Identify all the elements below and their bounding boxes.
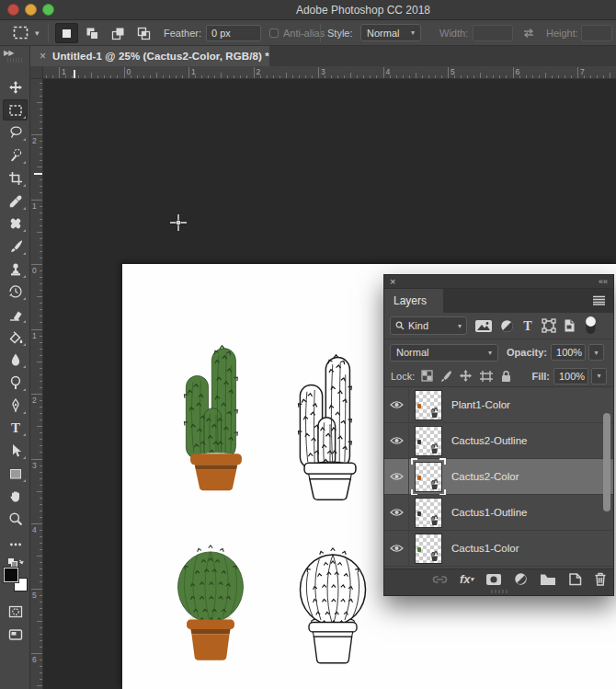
- filter-adjustment-layers-icon[interactable]: [500, 319, 514, 333]
- adjustment-layer-icon[interactable]: [514, 572, 528, 586]
- clone-stamp-tool-icon[interactable]: [3, 258, 28, 280]
- quick-mask-mode-icon[interactable]: [3, 601, 28, 622]
- screen-mode-icon[interactable]: [3, 624, 28, 645]
- lasso-tool-icon[interactable]: [3, 121, 28, 143]
- document-tab[interactable]: × Untitled-1 @ 25% (Cactus2-Color, RGB/8…: [30, 46, 269, 66]
- layer-name[interactable]: Cactus2-Color: [451, 471, 519, 482]
- fill-dropdown-button[interactable]: ▾: [591, 368, 607, 385]
- intersect-selection-button[interactable]: [132, 23, 155, 43]
- add-to-selection-button[interactable]: [81, 23, 104, 43]
- edit-toolbar-icon[interactable]: [3, 534, 28, 555]
- layers-panel-titlebar[interactable]: × ««: [384, 275, 613, 289]
- new-selection-button[interactable]: [55, 23, 78, 43]
- tab-layers[interactable]: Layers: [384, 289, 443, 313]
- color-swatches[interactable]: [4, 568, 28, 591]
- layer-thumbnail[interactable]: [415, 498, 442, 528]
- layer-thumbnail[interactable]: [415, 426, 442, 456]
- panel-resize-grip[interactable]: [491, 590, 508, 593]
- panel-menu-icon[interactable]: [592, 295, 606, 307]
- layer-visibility-eye-icon[interactable]: [384, 531, 409, 566]
- eraser-tool-icon[interactable]: [3, 304, 28, 325]
- ruler-corner[interactable]: [30, 66, 43, 79]
- dodge-tool-icon[interactable]: [3, 372, 28, 393]
- thumbnail-selection-corner: [439, 458, 446, 465]
- link-layers-icon[interactable]: [432, 575, 448, 584]
- layer-name[interactable]: Plant1-Color: [451, 399, 510, 410]
- style-select[interactable]: Normal ▾: [360, 24, 421, 41]
- layer-visibility-eye-icon[interactable]: [384, 495, 409, 530]
- blend-mode-select[interactable]: Normal ▾: [390, 344, 498, 362]
- healing-brush-tool-icon[interactable]: [3, 212, 28, 234]
- brush-tool-icon[interactable]: [3, 235, 28, 257]
- chevron-down-icon: ▾: [411, 29, 415, 37]
- zoom-tool-icon[interactable]: [3, 508, 28, 529]
- lock-position-icon[interactable]: [459, 369, 473, 383]
- layer-style-fx-icon[interactable]: fx▾: [460, 572, 473, 586]
- preset-chevron-icon[interactable]: ▾: [35, 29, 40, 38]
- layers-scrollbar[interactable]: [603, 413, 610, 511]
- filter-smart-objects-icon[interactable]: [564, 318, 576, 333]
- layer-visibility-eye-icon[interactable]: [384, 387, 409, 422]
- eyedropper-tool-icon[interactable]: [3, 190, 28, 212]
- vertical-ruler[interactable]: 210123456: [30, 79, 43, 689]
- opacity-dropdown-button[interactable]: ▾: [588, 344, 604, 361]
- layer-visibility-eye-icon[interactable]: [384, 459, 409, 494]
- anti-alias-checkbox[interactable]: [269, 29, 279, 38]
- layer-row-cactus1-color[interactable]: Cactus1-Color: [384, 531, 613, 567]
- close-panel-icon[interactable]: ×: [390, 275, 395, 289]
- close-document-icon[interactable]: ×: [30, 50, 52, 63]
- layer-thumbnail[interactable]: [415, 534, 442, 564]
- subtract-from-selection-button[interactable]: [107, 23, 130, 43]
- blur-tool-icon[interactable]: [3, 349, 28, 370]
- layer-name[interactable]: Cactus1-Color: [451, 543, 519, 554]
- swap-dimensions-icon[interactable]: [521, 27, 536, 41]
- ruler-tick: [31, 589, 42, 590]
- toolbar-collapse-icon[interactable]: ▶▶: [4, 49, 13, 57]
- layer-name[interactable]: Cactus1-Outline: [451, 507, 527, 518]
- toolbar-grip[interactable]: [7, 58, 23, 63]
- horizontal-ruler[interactable]: 101234567: [43, 66, 616, 79]
- collapse-panel-icon[interactable]: ««: [599, 275, 608, 289]
- lock-all-icon[interactable]: [500, 370, 512, 383]
- new-layer-icon[interactable]: [568, 572, 582, 586]
- quick-selection-tool-icon[interactable]: [3, 144, 28, 166]
- opacity-value[interactable]: 100%: [551, 344, 586, 361]
- delete-layer-trash-icon[interactable]: [594, 572, 607, 586]
- layer-thumbnail[interactable]: [415, 390, 442, 420]
- lock-image-pixels-icon[interactable]: [439, 370, 452, 383]
- layer-thumbnail[interactable]: [415, 462, 442, 492]
- type-tool-icon[interactable]: T: [3, 417, 28, 438]
- crop-tool-icon[interactable]: [3, 167, 28, 189]
- layer-row-cactus2-outline[interactable]: Cactus2-Outline: [384, 423, 613, 459]
- marquee-preset-icon[interactable]: [13, 26, 29, 41]
- filter-toggle-switch[interactable]: [585, 316, 597, 336]
- layers-panel-resize-edge[interactable]: [384, 587, 613, 595]
- rectangle-tool-icon[interactable]: [3, 463, 28, 484]
- pen-tool-icon[interactable]: [3, 395, 28, 416]
- lock-artboard-icon[interactable]: [479, 370, 494, 383]
- layer-name[interactable]: Cactus2-Outline: [451, 435, 527, 446]
- height-input[interactable]: [581, 25, 612, 41]
- lock-transparency-icon[interactable]: [421, 370, 433, 382]
- layer-row-cactus1-outline[interactable]: Cactus1-Outline: [384, 495, 613, 531]
- filter-pixel-layers-icon[interactable]: [474, 319, 493, 333]
- history-brush-tool-icon[interactable]: [3, 281, 28, 302]
- feather-input[interactable]: [206, 25, 261, 41]
- blend-mode-row: Normal ▾ Opacity: 100% ▾: [384, 339, 613, 365]
- add-layer-mask-icon[interactable]: [485, 573, 502, 586]
- width-input[interactable]: [473, 25, 513, 41]
- layer-row-plant1-color[interactable]: Plant1-Color: [384, 387, 613, 423]
- layer-visibility-eye-icon[interactable]: [384, 423, 409, 458]
- fill-value[interactable]: 100%: [553, 368, 588, 385]
- new-group-folder-icon[interactable]: [540, 573, 556, 586]
- paint-bucket-tool-icon[interactable]: [3, 327, 28, 348]
- filter-shape-layers-icon[interactable]: [542, 318, 556, 333]
- hand-tool-icon[interactable]: [3, 485, 28, 506]
- foreground-color-swatch[interactable]: [4, 568, 18, 582]
- filter-type-layers-icon[interactable]: T: [521, 319, 534, 332]
- filter-kind-select[interactable]: Kind ▾: [390, 316, 467, 335]
- layer-row-cactus2-color[interactable]: Cactus2-Color: [384, 459, 613, 495]
- rectangular-marquee-tool-icon[interactable]: [3, 99, 28, 121]
- path-selection-tool-icon[interactable]: [3, 440, 28, 461]
- move-tool-icon[interactable]: [3, 76, 28, 98]
